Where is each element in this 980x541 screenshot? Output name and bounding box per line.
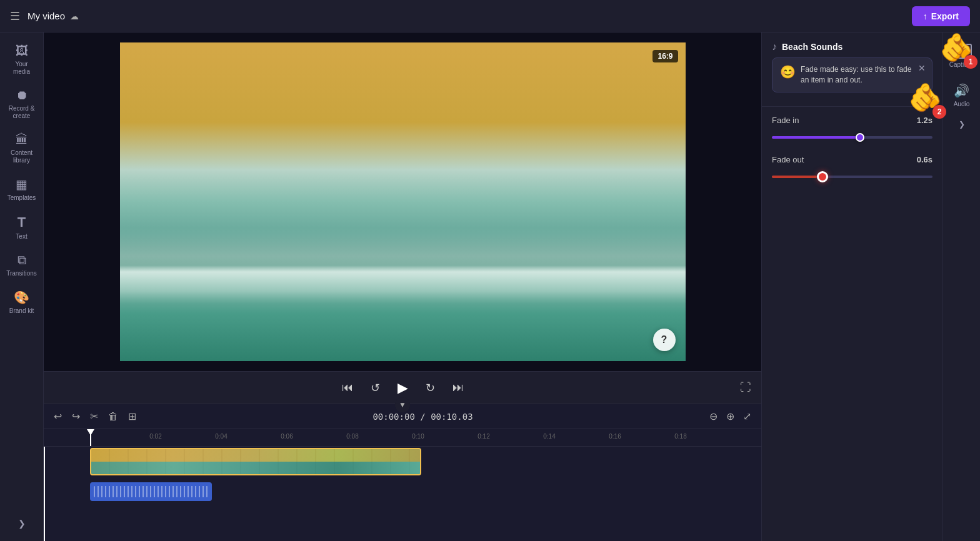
fade-in-value: 1.2s [917, 116, 932, 125]
fade-out-label: Fade out [772, 155, 804, 164]
sidebar-item-templates[interactable]: ▦ Templates [2, 172, 41, 207]
audio-track-row [90, 477, 761, 507]
timecode-current: 00:00:00 [372, 412, 414, 422]
export-button[interactable]: ↑ Export [912, 6, 970, 26]
video-track-inner [91, 449, 420, 474]
menu-icon[interactable]: ☰ [10, 9, 20, 23]
tooltip-close-button[interactable]: ✕ [918, 63, 926, 73]
record-icon: ⏺ [16, 88, 28, 102]
tooltip-emoji: 😊 [780, 64, 796, 79]
fade-out-thumb[interactable] [817, 171, 828, 182]
preview-area: 16:9 ? [44, 32, 761, 371]
sidebar-item-your-media[interactable]: 🖼 Your media [2, 39, 41, 81]
fade-in-fill [772, 136, 860, 139]
fade-in-label: Fade in [772, 116, 799, 125]
aspect-ratio-badge: 16:9 [652, 50, 678, 62]
project-title[interactable]: My video [28, 11, 65, 21]
sidebar-item-text[interactable]: T Text [2, 209, 41, 246]
sidebar-item-label-templates: Templates [8, 194, 36, 202]
sidebar-item-label-brand-kit: Brand kit [9, 307, 34, 315]
tooltip-text: Fade made easy: use this to fade an item… [801, 64, 924, 86]
help-button[interactable]: ? [653, 329, 676, 351]
your-media-icon: 🖼 [16, 44, 28, 58]
playhead-line-tracks [44, 447, 45, 541]
fullscreen-button[interactable]: ⛶ [740, 381, 751, 394]
timeline-area: ↩ ↪ ✂ 🗑 ⊞ 00:00:00 / 00:10.03 ⊖ ⊕ ⤢ [44, 404, 761, 541]
sidebar-item-transitions[interactable]: ⧉ Transitions [2, 248, 41, 282]
cut-button[interactable]: ✂ [88, 408, 101, 425]
fade-in-thumb[interactable] [856, 133, 864, 142]
timeline-toolbar-right: ⊖ ⊕ ⤢ [707, 408, 754, 425]
cloud-save-icon: ☁ [70, 11, 79, 21]
beach-scene [120, 42, 686, 361]
audio-waveform [94, 486, 208, 497]
sidebar-collapse-icon[interactable]: ❯ [18, 519, 26, 529]
video-track[interactable] [90, 448, 421, 475]
sidebar-item-record-create[interactable]: ⏺ Record &create [2, 83, 41, 125]
rt-item-audio[interactable]: 🔊 Audio [945, 78, 979, 112]
brand-kit-icon: 🎨 [14, 290, 29, 305]
content-library-icon: 🏛 [16, 132, 28, 147]
delete-button[interactable]: 🗑 [106, 408, 121, 425]
audio-label: Audio [954, 101, 970, 107]
sidebar-item-brand-kit[interactable]: 🎨 Brand kit [2, 285, 41, 320]
sidebar-item-label-text: Text [16, 233, 27, 241]
zoom-out-button[interactable]: ⊖ [707, 408, 720, 425]
sidebar-item-label-record: Record &create [9, 105, 35, 120]
fade-out-slider[interactable] [772, 171, 932, 183]
main-layout: 🖼 Your media ⏺ Record &create 🏛 Contentl… [0, 32, 980, 541]
title-area: My video ☁ [28, 11, 904, 21]
audio-title: Beach Sounds [782, 42, 842, 52]
ruler-mark-08: 0:08 [346, 433, 358, 440]
fade-in-slider[interactable] [772, 131, 932, 144]
audio-title-row: ♪ Beach Sounds [772, 41, 932, 52]
video-track-row [90, 447, 761, 477]
captions-label: Captions [949, 61, 974, 68]
add-clip-button[interactable]: ⊞ [126, 408, 139, 425]
fade-out-row: Fade out 0.6s [772, 155, 932, 164]
transitions-icon: ⧉ [18, 253, 26, 267]
video-frame: 16:9 ? [120, 42, 686, 361]
redo-button[interactable]: ↪ [69, 408, 82, 425]
ruler-mark-12: 0:12 [478, 433, 489, 440]
undo-button[interactable]: ↩ [51, 408, 64, 425]
chevron-down-icon[interactable]: ▼ [395, 397, 410, 412]
timeline-toolbar-left: ↩ ↪ ✂ 🗑 ⊞ [51, 408, 139, 425]
play-button[interactable]: ▶ [395, 377, 411, 399]
replay-button[interactable]: ↺ [368, 379, 382, 397]
sidebar-item-content-library[interactable]: 🏛 Contentlibrary [2, 127, 41, 169]
video-track-top [91, 449, 420, 462]
ruler-mark-02: 0:02 [149, 433, 161, 440]
rt-item-captions[interactable]: CC Captions [945, 39, 979, 73]
ruler-mark-16: 0:16 [609, 433, 621, 440]
fade-in-row: Fade in 1.2s [772, 116, 932, 125]
timecode-total: 00:10.03 [431, 412, 472, 422]
fade-out-value: 0.6s [917, 155, 932, 164]
export-label: Export [931, 11, 959, 21]
fade-out-fill [772, 176, 817, 178]
skip-back-button[interactable]: ⏮ [339, 379, 356, 397]
zoom-in-button[interactable]: ⊕ [724, 408, 737, 425]
video-track-bottom [91, 462, 420, 474]
text-icon: T [18, 214, 26, 231]
playback-controls: ⏮ ↺ ▶ ↻ ⏭ ⛶ ▼ [44, 371, 761, 404]
timeline-ruler: 0:02 0:04 0:06 0:08 0:10 0:12 0:14 0:16 … [44, 429, 761, 447]
forward-button[interactable]: ↻ [423, 379, 438, 397]
audio-track[interactable] [90, 482, 212, 501]
ruler-mark-04: 0:04 [215, 433, 227, 440]
fade-out-track [772, 176, 932, 178]
ruler-mark-14: 0:14 [543, 433, 555, 440]
sidebar-item-label-content-library: Contentlibrary [11, 149, 32, 164]
right-toolbar: CC Captions 🔊 Audio ❯ [942, 32, 980, 541]
fade-in-track [772, 136, 932, 139]
timecode-separator: / [420, 412, 431, 422]
fade-section: Fade in 1.2s Fade out 0.6s [762, 107, 942, 203]
right-toolbar-collapse-icon[interactable]: ❯ [959, 120, 965, 129]
fade-tooltip: ✕ 😊 Fade made easy: use this to fade an … [772, 57, 932, 92]
skip-forward-button[interactable]: ⏭ [450, 379, 466, 397]
ruler-content: 0:02 0:04 0:06 0:08 0:10 0:12 0:14 0:16 … [90, 429, 761, 446]
export-icon: ↑ [923, 11, 928, 21]
templates-icon: ▦ [16, 177, 28, 192]
sidebar-item-label-your-media: Your media [6, 61, 38, 76]
expand-button[interactable]: ⤢ [741, 408, 754, 425]
